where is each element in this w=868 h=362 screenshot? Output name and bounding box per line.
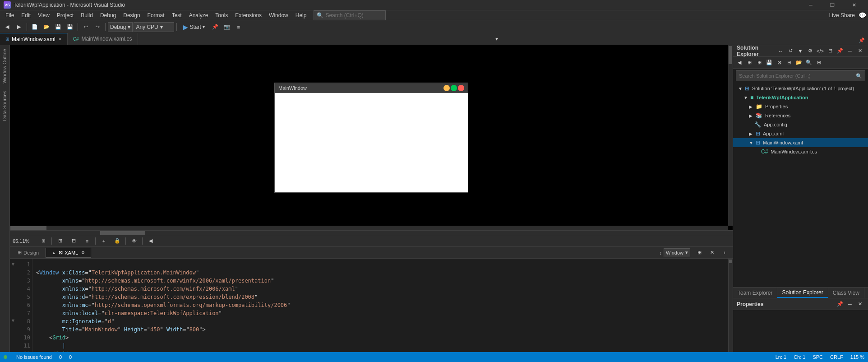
tree-properties-node[interactable]: ▶ 📁 Properties [733, 102, 868, 111]
props-close-btn[interactable]: ✕ [855, 300, 864, 309]
se-toolbar-btn-9[interactable]: ⊞ [814, 58, 823, 67]
preview-minimize-btn[interactable] [443, 85, 450, 91]
preview-vscrollbar[interactable] [728, 45, 733, 226]
solution-arrow[interactable]: ▼ [738, 86, 743, 91]
menu-build[interactable]: Build [77, 10, 97, 20]
menu-format[interactable]: Format [144, 10, 168, 20]
appxaml-arrow[interactable]: ▶ [749, 131, 754, 136]
menu-design[interactable]: Design [120, 10, 143, 20]
solution-explorer-search-input[interactable] [739, 73, 854, 79]
restore-button[interactable]: ❐ [822, 0, 843, 10]
global-search[interactable]: 🔍 [314, 10, 386, 20]
se-collapse-btn[interactable]: ▼ [796, 46, 805, 56]
toolbar-forward-btn[interactable]: ▶ [14, 22, 24, 32]
toolbar-redo-btn[interactable]: ↪ [92, 22, 103, 32]
code-vscrollbar-thumb[interactable] [729, 260, 732, 263]
se-toolbar-btn-7[interactable]: 📂 [794, 58, 803, 67]
mainwindow-arrow[interactable]: ▼ [749, 140, 754, 145]
close-button[interactable]: ✕ [844, 0, 864, 10]
menu-help[interactable]: Help [292, 10, 310, 20]
toolbar-save-all-btn[interactable]: 💾 [65, 22, 75, 32]
grid-btn[interactable]: ⊞ [55, 236, 65, 246]
menu-test[interactable]: Test [168, 10, 185, 20]
menu-extensions[interactable]: Extensions [231, 10, 265, 20]
menu-tools[interactable]: Tools [212, 10, 231, 20]
se-toolbar-btn-8[interactable]: 🔍 [804, 58, 813, 67]
menu-debug[interactable]: Debug [97, 10, 120, 20]
toolbar-pin-btn[interactable]: 📌 [210, 22, 221, 32]
se-code-btn[interactable]: </> [816, 46, 825, 56]
tab-close-icon[interactable]: ✕ [58, 37, 62, 42]
snap-btn[interactable]: ⊟ [68, 236, 79, 246]
collapse-btn[interactable]: ▲ [51, 250, 57, 256]
scroll-left-btn[interactable]: ◀ [145, 236, 156, 246]
xaml-settings-btn[interactable]: ⚙ [80, 250, 86, 256]
design-hscrollbar-thumb[interactable] [100, 231, 145, 235]
code-tab-xaml[interactable]: ▲ ⊠ XAML ⚙ [46, 248, 91, 258]
se-settings-btn[interactable]: ⚙ [806, 46, 815, 56]
se-refresh-btn[interactable]: ↺ [786, 46, 795, 56]
gutter-1[interactable]: ▼ [10, 260, 16, 268]
se-pin-btn[interactable]: 📌 [836, 46, 845, 56]
se-toolbar-btn-1[interactable]: ◀ [735, 58, 744, 67]
project-arrow[interactable]: ▼ [743, 95, 749, 100]
tab-mainwindow-xaml[interactable]: ⊞ MainWindow.xaml ✕ [0, 33, 68, 45]
tab-solution-explorer[interactable]: Solution Explorer [777, 288, 828, 298]
toolbar-misc-btn[interactable]: ≡ [233, 22, 244, 32]
solution-explorer-search[interactable]: 🔍 [736, 70, 865, 81]
expand-editor-btn[interactable]: ⊞ [694, 247, 705, 258]
toolbar-new-btn[interactable]: 📄 [29, 22, 40, 32]
props-minimize-btn[interactable]: ─ [845, 300, 854, 309]
se-toolbar-btn-5[interactable]: ⊠ [775, 58, 784, 67]
preview-vscrollbar-thumb[interactable] [729, 46, 732, 64]
se-minimize-btn[interactable]: ─ [845, 46, 854, 56]
tree-references-node[interactable]: ▶ 📚 References [733, 111, 868, 120]
preview-maximize-btn[interactable] [451, 85, 457, 91]
menu-project[interactable]: Project [53, 10, 77, 20]
menu-edit[interactable]: Edit [18, 10, 34, 20]
sidebar-window-outline[interactable]: Window Outline [0, 45, 9, 87]
tree-appconfig-node[interactable]: 🔧 App.config [733, 120, 868, 129]
sidebar-data-sources[interactable]: Data Sources [0, 87, 9, 125]
se-filter-btn[interactable]: ⊟ [826, 46, 835, 56]
se-toolbar-btn-2[interactable]: ⊞ [745, 58, 754, 67]
lock-btn[interactable]: 🔒 [112, 236, 123, 246]
toolbar-save-btn[interactable]: 💾 [53, 22, 64, 32]
close-editor-btn[interactable]: ✕ [706, 247, 717, 258]
toolbar-camera-btn[interactable]: 📷 [222, 22, 232, 32]
code-content[interactable]: <Window x:Class="TelerikWpfApplication.M… [32, 259, 728, 352]
menu-analyze[interactable]: Analyze [185, 10, 212, 20]
code-vscrollbar[interactable] [728, 259, 733, 352]
minimize-button[interactable]: ─ [800, 0, 821, 10]
references-arrow[interactable]: ▶ [749, 113, 754, 118]
preview-close-btn[interactable] [458, 85, 464, 91]
tab-mainwindow-xaml-cs[interactable]: C# MainWindow.xaml.cs [68, 33, 138, 45]
live-share-label[interactable]: Live Share [829, 12, 855, 19]
feedback-icon[interactable]: 💬 [859, 12, 866, 19]
align-btn[interactable]: ≡ [82, 236, 92, 246]
tree-project-node[interactable]: ▼ ■ TelerikWpfApplication [733, 93, 868, 102]
toolbar-undo-btn[interactable]: ↩ [80, 22, 91, 32]
toolbar-back-btn[interactable]: ◀ [2, 22, 13, 32]
se-close-btn[interactable]: ✕ [855, 46, 864, 56]
menu-file[interactable]: File [2, 10, 18, 20]
add-btn[interactable]: + [98, 236, 109, 246]
global-search-input[interactable] [325, 12, 379, 19]
se-toolbar-btn-3[interactable]: ⊞ [755, 58, 764, 67]
props-pin-btn[interactable]: 📌 [836, 300, 845, 309]
toolbar-open-btn[interactable]: 📂 [41, 22, 52, 32]
zoom-bottom-label[interactable]: 115 % [850, 354, 864, 360]
se-toolbar-btn-6[interactable]: ⊟ [785, 58, 794, 67]
se-sync-btn[interactable]: ↔ [776, 46, 785, 56]
tree-appxaml-node[interactable]: ▶ ⊞ App.xaml [733, 129, 868, 138]
eye-btn[interactable]: 👁 [129, 236, 139, 246]
window-dropdown[interactable]: Window ▾ [664, 248, 690, 257]
start-button[interactable]: ▶ Start ▾ [179, 22, 208, 32]
platform-dropdown[interactable]: Any CPU ▾ [134, 22, 174, 32]
preview-hscrollbar-thumb[interactable] [10, 226, 46, 230]
tree-mainwindow-xaml-node[interactable]: ▼ ⊞ MainWindow.xaml [733, 138, 868, 147]
tab-class-view[interactable]: Class View [828, 288, 864, 298]
preview-hscrollbar[interactable] [10, 226, 728, 230]
add-editor-btn[interactable]: + [719, 247, 730, 258]
properties-arrow[interactable]: ▶ [749, 104, 754, 109]
